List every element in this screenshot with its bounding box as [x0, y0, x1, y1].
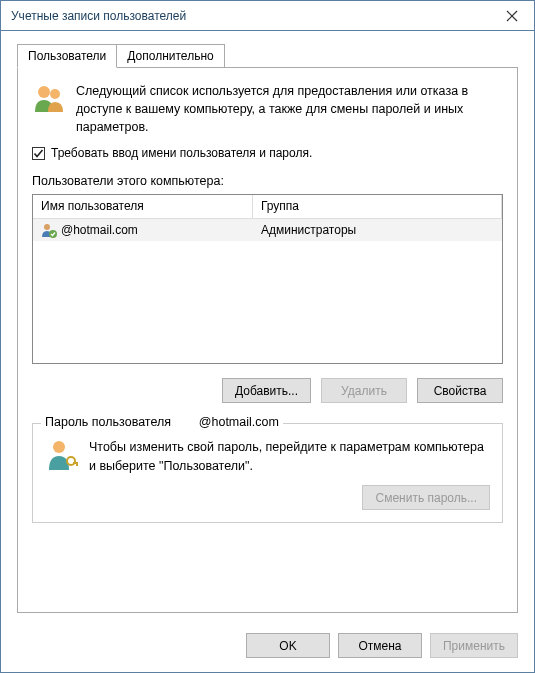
require-login-checkbox[interactable] — [32, 147, 45, 160]
content-area: Пользователи Дополнительно Следующий спи… — [1, 31, 534, 623]
groupbox-title-suffix: @hotmail.com — [199, 415, 279, 429]
password-groupbox: Пароль пользователя @hotmail.com Чтобы и… — [32, 423, 503, 523]
table-row[interactable]: @hotmail.com Администраторы — [33, 219, 502, 241]
tab-users[interactable]: Пользователи — [17, 44, 117, 68]
intro-text: Следующий список используется для предос… — [76, 82, 503, 136]
change-password-button[interactable]: Сменить пароль... — [362, 485, 490, 510]
groupbox-title-prefix: Пароль пользователя — [45, 415, 174, 429]
svg-point-6 — [53, 441, 65, 453]
ok-button[interactable]: OK — [246, 633, 330, 658]
listview-header: Имя пользователя Группа — [33, 195, 502, 219]
properties-button[interactable]: Свойства — [417, 378, 503, 403]
password-groupbox-title: Пароль пользователя @hotmail.com — [41, 415, 283, 429]
column-header-user[interactable]: Имя пользователя — [33, 195, 253, 218]
close-button[interactable] — [489, 1, 534, 30]
cancel-button[interactable]: Отмена — [338, 633, 422, 658]
svg-point-4 — [44, 224, 50, 230]
svg-rect-9 — [76, 462, 78, 466]
svg-point-3 — [50, 89, 60, 99]
tab-panel-users: Следующий список используется для предос… — [17, 67, 518, 613]
password-text: Чтобы изменить свой пароль, перейдите к … — [89, 438, 490, 475]
dialog-buttons: OK Отмена Применить — [1, 623, 534, 672]
check-icon — [33, 148, 44, 159]
user-cell-username: @hotmail.com — [61, 223, 138, 237]
titlebar: Учетные записи пользователей — [1, 1, 534, 31]
add-button[interactable]: Добавить... — [222, 378, 311, 403]
column-header-group[interactable]: Группа — [253, 195, 502, 218]
tab-strip: Пользователи Дополнительно — [17, 44, 518, 68]
apply-button[interactable]: Применить — [430, 633, 518, 658]
user-row-icon — [41, 222, 57, 238]
require-login-label: Требовать ввод имени пользователя и паро… — [51, 146, 312, 160]
list-buttons-row: Добавить... Удалить Свойства — [32, 378, 503, 403]
window-title: Учетные записи пользователей — [1, 9, 489, 23]
password-content: Чтобы изменить свой пароль, перейдите к … — [45, 438, 490, 475]
user-cell-group: Администраторы — [253, 221, 502, 239]
password-btn-row: Сменить пароль... — [45, 485, 490, 510]
user-accounts-window: Учетные записи пользователей Пользовател… — [0, 0, 535, 673]
tab-advanced[interactable]: Дополнительно — [116, 44, 224, 68]
close-icon — [506, 10, 518, 22]
users-list-heading: Пользователи этого компьютера: — [32, 174, 503, 188]
remove-button[interactable]: Удалить — [321, 378, 407, 403]
user-key-icon — [45, 438, 79, 475]
users-listview[interactable]: Имя пользователя Группа @ — [32, 194, 503, 364]
svg-point-2 — [38, 86, 50, 98]
users-icon — [32, 82, 66, 136]
intro-block: Следующий список используется для предос… — [32, 82, 503, 136]
require-login-row[interactable]: Требовать ввод имени пользователя и паро… — [32, 146, 503, 160]
